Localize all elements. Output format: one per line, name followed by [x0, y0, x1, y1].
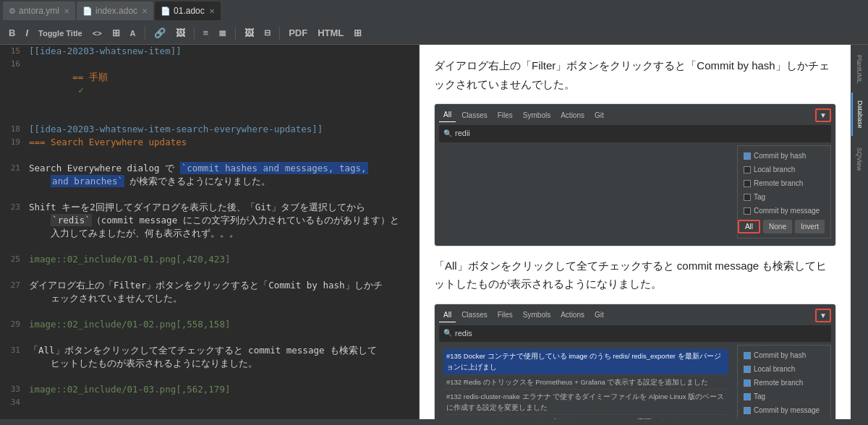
line-num-23c [0, 227, 26, 240]
editor-line-29: 29 image::02_include/01-02.png[,558,158] [0, 318, 419, 331]
result-item-1[interactable]: #132 Redis のトリックスを Prometheus + Grafana … [443, 375, 728, 390]
tab-main-label: 01.adoc [174, 6, 205, 16]
filter-cb-commit-hash[interactable] [744, 153, 751, 160]
pdf-button[interactable]: PDF [286, 26, 310, 40]
image-button[interactable]: 🖼 [173, 26, 188, 40]
toolbar-separator-1 [145, 27, 145, 40]
line-content-empty-8 [26, 370, 419, 383]
filter-all-button[interactable]: All [738, 220, 760, 233]
filter-search-row: 🔍 redii [439, 125, 831, 142]
results-dialog-tabs: All Classes Files Symbols Actions Git ▼ [439, 309, 831, 322]
results-filter-item-2: Remote branch [744, 377, 825, 389]
results-filter-label-4: Commit by message [754, 405, 820, 416]
line-num-34: 34 [0, 396, 26, 409]
results-tab-git[interactable]: Git [590, 309, 608, 322]
filter-invert-button[interactable]: Invert [795, 220, 825, 233]
results-filter-label-0: Commit by hash [754, 350, 806, 361]
results-tab-symbols[interactable]: Symbols [519, 309, 555, 322]
tab-main[interactable]: 📄 01.adoc ✕ [155, 1, 221, 20]
editor-line-16: 16 == 手順 ✓ [0, 58, 419, 110]
tab-main-close[interactable]: ✕ [209, 7, 215, 15]
line-content-empty-4 [26, 240, 419, 253]
tab-antora[interactable]: ⚙ antora.yml ✕ [3, 1, 75, 20]
results-cb-1[interactable] [744, 366, 751, 373]
main-content: 15 [[idea-20203-whatsnew-item]] 16 == 手順… [0, 45, 868, 419]
line-num-empty-8 [0, 370, 26, 383]
bold-button[interactable]: B [6, 26, 18, 40]
editor-pane[interactable]: 15 [[idea-20203-whatsnew-item]] 16 == 手順… [0, 45, 420, 419]
filter-cb-tag[interactable] [744, 194, 751, 201]
sidebar-sqview[interactable]: SQView [851, 137, 867, 181]
filter-button[interactable]: ▼ [815, 108, 831, 122]
toolbar-separator-2 [194, 27, 195, 40]
results-filter-button[interactable]: ▼ [815, 309, 831, 322]
preview-text-section2: 「All」ボタンをクリックして全てチェックすると commit message … [434, 257, 836, 293]
tab-antora-close[interactable]: ✕ [64, 7, 69, 15]
editor-line-23c: 入力してみましたが、何も表示されず。。。 [0, 227, 419, 240]
editor-line-23: 23 Shift キーを2回押してダイアログを表示した後、「Git」タブを選択し… [0, 201, 419, 214]
list2-button[interactable]: ≣ [216, 26, 229, 40]
grid-button[interactable]: ⊞ [351, 26, 365, 40]
tab-index-label: index.adoc [95, 6, 137, 16]
table2-button[interactable]: ⊟ [261, 27, 273, 39]
results-tab-all[interactable]: All [439, 309, 456, 322]
editor-line-empty-6 [0, 305, 419, 318]
preview-pane: ダイアログ右上の「Filter」ボタンをクリックすると「Commit by ha… [420, 45, 851, 419]
editor-line-empty-5 [0, 266, 419, 279]
line-num-empty-1 [0, 110, 26, 123]
filter-cb-local-branch[interactable] [744, 166, 751, 173]
preview-screenshot-1: All Classes Files Symbols Actions Git ▼ … [434, 103, 836, 246]
results-filter-dropdown: Commit by hash Local branch Remote branc… [737, 345, 831, 419]
line-num-empty-7 [0, 331, 26, 344]
editor-line-25: 25 image::02_include/01-01.png[,420,423] [0, 253, 419, 266]
code-button[interactable]: <> [90, 27, 105, 39]
filter-label-local-branch: Local branch [754, 164, 795, 176]
results-filter-label-3: Tag [754, 391, 765, 403]
line-num-16: 16 [0, 58, 26, 110]
index-file-icon: 📄 [82, 7, 93, 16]
result-item-2[interactable]: #132 redis-cluster-make エラナナ で使するダイミーファイ… [443, 390, 728, 415]
line-num-empty-4 [0, 240, 26, 253]
italic-button[interactable]: I [22, 26, 31, 40]
filter-tab-files[interactable]: Files [493, 109, 517, 122]
results-filter-label-1: Local branch [754, 364, 795, 375]
line-num-23: 23 [0, 201, 26, 214]
filter-tab-actions[interactable]: Actions [556, 109, 589, 122]
line-content-31: 「All」ボタンをクリックして全てチェックすると commit message … [26, 344, 419, 357]
results-cb-0[interactable] [744, 352, 751, 359]
editor-line-empty-8 [0, 370, 419, 383]
link-button[interactable]: 🔗 [151, 26, 169, 40]
results-tab-files[interactable]: Files [493, 309, 517, 322]
result-item-0[interactable]: #135 Docker コンテナで使用している image のうち redis/… [443, 349, 728, 374]
table-format-button[interactable]: ⊞ [109, 26, 123, 40]
filter-none-button[interactable]: None [763, 220, 792, 233]
tab-index-close[interactable]: ✕ [142, 7, 148, 15]
line-content-empty-2 [26, 149, 419, 162]
filter-tab-git[interactable]: Git [590, 109, 608, 122]
toggle-title-button[interactable]: Toggle Title [35, 27, 85, 39]
toolbar-separator-3 [235, 27, 236, 40]
list1-button[interactable]: ≡ [200, 26, 212, 40]
results-tab-classes[interactable]: Classes [457, 309, 492, 322]
editor-line-27: 27 ダイアログ右上の「Filter」ボタンをクリックすると「Commit by… [0, 279, 419, 292]
results-tab-actions[interactable]: Actions [556, 309, 589, 322]
results-cb-3[interactable] [744, 393, 751, 400]
editor-line-21: 21 Search Everywhere dialog で `commit ha… [0, 162, 419, 175]
results-cb-4[interactable] [744, 407, 751, 414]
sidebar-database[interactable]: Database [851, 93, 867, 136]
filter-cb-commit-msg[interactable] [744, 207, 751, 215]
filter-tab-classes[interactable]: Classes [457, 109, 492, 122]
line-content-23: Shift キーを2回押してダイアログを表示した後、「Git」タブを選択してから [26, 201, 419, 214]
font-button[interactable]: A [127, 27, 139, 39]
bottom-scrollbar[interactable] [0, 419, 868, 425]
filter-tab-all[interactable]: All [439, 108, 456, 122]
filter-cb-remote-branch[interactable] [744, 180, 751, 187]
html-button[interactable]: HTML [315, 26, 346, 40]
editor-line-15: 15 [[idea-20203-whatsnew-item]] [0, 45, 419, 58]
img2-button[interactable]: 🖼 [242, 26, 257, 40]
tab-index[interactable]: 📄 index.adoc ✕ [77, 1, 153, 20]
line-content-25: image::02_include/01-01.png[,420,423] [26, 253, 419, 266]
results-cb-2[interactable] [744, 379, 751, 387]
filter-tab-symbols[interactable]: Symbols [519, 109, 555, 122]
sidebar-plantuml[interactable]: PlantUML [851, 48, 867, 91]
